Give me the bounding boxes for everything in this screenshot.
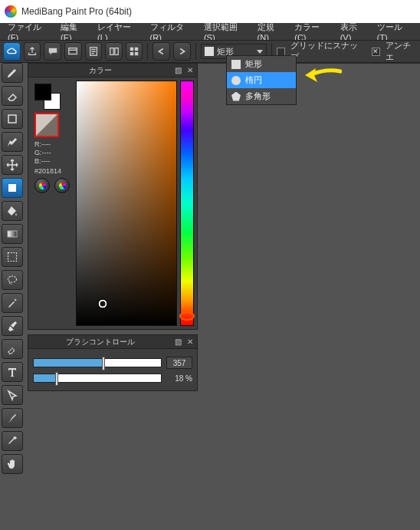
tool-select-rect[interactable] <box>2 247 23 267</box>
svg-point-12 <box>8 276 17 282</box>
panel-close-icon[interactable]: ✕ <box>185 65 195 76</box>
hex-value: #201814 <box>31 166 71 178</box>
shape-option-ellipse[interactable]: 楕円 <box>227 72 296 88</box>
tool-divide[interactable] <box>2 408 23 428</box>
rgb-g: G:---- <box>31 149 71 157</box>
svg-rect-0 <box>69 48 77 54</box>
tile-view-button[interactable] <box>126 42 143 61</box>
color-panel-title: カラー <box>28 65 172 76</box>
undo-button[interactable] <box>153 42 170 61</box>
hue-cursor-icon <box>179 311 195 321</box>
redo-button[interactable] <box>173 42 191 61</box>
tool-bucket[interactable] <box>2 201 23 221</box>
color-panel: カラー ▧ ✕ R:---- G:---- B:---- #201814 <box>28 63 198 330</box>
shape-type-dropdown-list: 矩形 楕円 多角形 <box>226 55 297 105</box>
fg-color-swatch[interactable] <box>34 84 51 100</box>
timelapse-button[interactable] <box>64 42 82 61</box>
page-manage-button[interactable] <box>105 42 123 61</box>
comment-button[interactable] <box>44 42 61 61</box>
antialias-label: アンチエ <box>386 40 417 63</box>
save-cloud-button[interactable] <box>3 42 21 61</box>
tool-magic-wand[interactable] <box>2 293 23 313</box>
dropdown-caret-icon <box>257 50 263 54</box>
shape-option-polygon[interactable]: 多角形 <box>227 88 296 104</box>
svg-rect-10 <box>8 231 17 237</box>
palette-wheel-button[interactable] <box>34 178 50 193</box>
tool-dot[interactable] <box>2 132 23 152</box>
shape-option-label: 多角形 <box>245 91 271 102</box>
shape-option-label: 楕円 <box>245 74 262 86</box>
tool-text[interactable] <box>2 362 23 382</box>
svg-rect-4 <box>130 48 133 51</box>
tool-options-bar: 矩形 グリッドにスナップ アンチエ <box>0 40 420 63</box>
panel-close-icon[interactable]: ✕ <box>185 337 195 347</box>
window-title: MediBang Paint Pro (64bit) <box>21 6 132 17</box>
sv-cursor-icon <box>99 300 107 308</box>
brush-size-value[interactable]: 357 <box>166 357 192 369</box>
tool-lasso[interactable] <box>2 270 23 290</box>
svg-rect-2 <box>110 48 113 55</box>
tool-select-pen[interactable] <box>2 316 23 336</box>
tool-hand[interactable] <box>2 454 23 474</box>
shape-option-rect[interactable]: 矩形 <box>227 56 296 72</box>
polygon-icon <box>231 92 241 101</box>
svg-rect-8 <box>8 115 16 123</box>
brush-opacity-slider[interactable] <box>33 374 162 383</box>
tool-eraser[interactable] <box>2 86 23 106</box>
brush-control-panel: ブラシコントロール ▧ ✕ 357 18 % <box>28 334 198 391</box>
antialias-checkbox[interactable] <box>372 48 379 56</box>
brush-size-slider[interactable] <box>33 358 162 367</box>
svg-rect-11 <box>8 253 17 262</box>
separator <box>195 43 196 60</box>
hue-slider[interactable] <box>180 81 194 326</box>
tool-column <box>2 63 25 474</box>
tool-shape-outline[interactable] <box>2 109 23 129</box>
rgb-b: B:---- <box>31 157 71 166</box>
svg-rect-5 <box>135 48 138 51</box>
rgb-r: R:---- <box>31 140 71 149</box>
tool-gradient[interactable] <box>2 224 23 244</box>
palette-list-button[interactable] <box>54 178 70 193</box>
brush-opacity-value: 18 % <box>166 374 192 383</box>
snap-grid-label: グリッドにスナップ <box>290 40 362 63</box>
material-button[interactable] <box>85 42 103 61</box>
panel-popout-icon[interactable]: ▧ <box>172 65 183 76</box>
separator <box>147 43 148 60</box>
current-color-swatch[interactable] <box>34 113 59 137</box>
ellipse-icon <box>231 76 241 85</box>
tool-brush[interactable] <box>2 63 23 83</box>
svg-rect-7 <box>135 52 138 55</box>
tool-fill-shape[interactable] <box>2 178 23 198</box>
sv-picker[interactable] <box>76 81 177 326</box>
tool-select-eraser[interactable] <box>2 339 23 359</box>
tool-operation[interactable] <box>2 385 23 405</box>
fg-bg-swatch[interactable] <box>34 84 61 110</box>
shape-option-label: 矩形 <box>245 58 262 70</box>
tool-eyedropper[interactable] <box>2 431 23 451</box>
rect-icon <box>231 60 241 69</box>
snap-grid-checkbox[interactable] <box>277 48 284 56</box>
tool-move[interactable] <box>2 155 23 175</box>
menu-bar: ファイル(F) 編集(E) レイヤー(L) フィルタ(R) 選択範囲(S) 定規… <box>0 23 420 40</box>
canvas-area[interactable] <box>198 63 420 530</box>
rect-icon <box>205 47 214 56</box>
svg-rect-9 <box>8 184 16 192</box>
svg-rect-6 <box>130 52 133 55</box>
brush-panel-title: ブラシコントロール <box>28 337 172 347</box>
share-button[interactable] <box>24 42 41 61</box>
svg-rect-3 <box>114 48 117 55</box>
app-logo-icon <box>5 5 17 18</box>
panel-popout-icon[interactable]: ▧ <box>172 337 183 347</box>
